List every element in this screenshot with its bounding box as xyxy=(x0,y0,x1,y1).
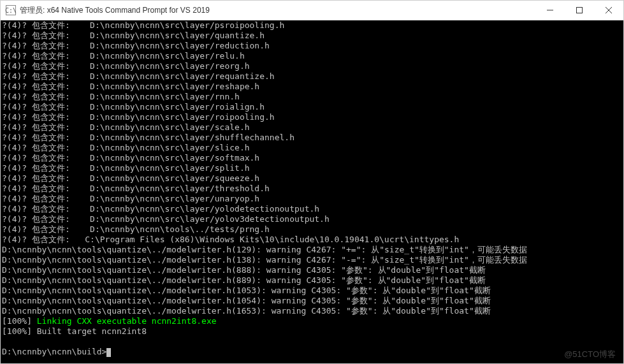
warning-line: D:\ncnnby\ncnn\tools\quantize\../modelwr… xyxy=(2,245,622,255)
include-line: ?(4)? 包含文件: D:\ncnnby\ncnn\src\layer/roi… xyxy=(2,112,622,122)
linking-line: [100%] Linking CXX executable ncnn2int8.… xyxy=(2,316,622,326)
warning-line: D:\ncnnby\ncnn\tools\quantize\../modelwr… xyxy=(2,306,622,316)
include-line: ?(4)? 包含文件: D:\ncnnby\ncnn\src\layer/psr… xyxy=(2,20,622,31)
close-button[interactable] xyxy=(594,1,623,20)
terminal-output[interactable]: ?(4)? 包含文件: D:\ncnnby\ncnn\src\layer/psr… xyxy=(1,20,623,363)
titlebar[interactable]: C:\ 管理员: x64 Native Tools Command Prompt… xyxy=(1,1,623,20)
svg-rect-1 xyxy=(577,8,583,13)
blank-line xyxy=(2,337,622,347)
include-line: ?(4)? 包含文件: D:\ncnnby\ncnn\src\layer/sof… xyxy=(2,153,622,163)
warning-line: D:\ncnnby\ncnn\tools\quantize\../modelwr… xyxy=(2,296,622,306)
include-line: ?(4)? 包含文件: D:\ncnnby\ncnn\src\layer/thr… xyxy=(2,184,622,194)
maximize-button[interactable] xyxy=(565,1,594,20)
include-line: ?(4)? 包含文件: D:\ncnnby\ncnn\src\layer/res… xyxy=(2,82,622,92)
include-line: ?(4)? 包含文件: D:\ncnnby\ncnn\src\layer/qua… xyxy=(2,31,622,41)
include-line: ?(4)? 包含文件: C:\Program Files (x86)\Windo… xyxy=(2,235,622,245)
include-line: ?(4)? 包含文件: D:\ncnnby\ncnn\src\layer/req… xyxy=(2,71,622,82)
warning-line: D:\ncnnby\ncnn\tools\quantize\../modelwr… xyxy=(2,265,622,275)
app-icon: C:\ xyxy=(6,5,16,15)
include-line: ?(4)? 包含文件: D:\ncnnby\ncnn\src\layer/spl… xyxy=(2,163,622,173)
include-line: ?(4)? 包含文件: D:\ncnnby\ncnn\src\layer/yol… xyxy=(2,214,622,224)
built-line: [100%] Built target ncnn2int8 xyxy=(2,326,622,337)
include-line: ?(4)? 包含文件: D:\ncnnby\ncnn\tools\../test… xyxy=(2,224,622,235)
include-line: ?(4)? 包含文件: D:\ncnnby\ncnn\src\layer/rel… xyxy=(2,51,622,61)
window-title: 管理员: x64 Native Tools Command Prompt for… xyxy=(20,5,535,16)
warning-line: D:\ncnnby\ncnn\tools\quantize\../modelwr… xyxy=(2,275,622,286)
warning-line: D:\ncnnby\ncnn\tools\quantize\../modelwr… xyxy=(2,255,622,265)
minimize-button[interactable] xyxy=(535,1,565,20)
include-line: ?(4)? 包含文件: D:\ncnnby\ncnn\src\layer/roi… xyxy=(2,102,622,112)
include-line: ?(4)? 包含文件: D:\ncnnby\ncnn\src\layer/squ… xyxy=(2,173,622,184)
app-window: C:\ 管理员: x64 Native Tools Command Prompt… xyxy=(0,0,624,364)
include-line: ?(4)? 包含文件: D:\ncnnby\ncnn\src\layer/red… xyxy=(2,41,622,51)
include-line: ?(4)? 包含文件: D:\ncnnby\ncnn\src\layer/yol… xyxy=(2,204,622,214)
include-line: ?(4)? 包含文件: D:\ncnnby\ncnn\src\layer/reo… xyxy=(2,61,622,71)
prompt-line: D:\ncnnby\ncnn\build> xyxy=(2,347,622,357)
include-line: ?(4)? 包含文件: D:\ncnnby\ncnn\src\layer/shu… xyxy=(2,133,622,143)
include-line: ?(4)? 包含文件: D:\ncnnby\ncnn\src\layer/una… xyxy=(2,194,622,204)
window-controls xyxy=(535,1,623,20)
include-line: ?(4)? 包含文件: D:\ncnnby\ncnn\src\layer/sli… xyxy=(2,143,622,153)
include-line: ?(4)? 包含文件: D:\ncnnby\ncnn\src\layer/rnn… xyxy=(2,92,622,102)
include-line: ?(4)? 包含文件: D:\ncnnby\ncnn\src\layer/sca… xyxy=(2,122,622,133)
warning-line: D:\ncnnby\ncnn\tools\quantize\../modelwr… xyxy=(2,286,622,296)
